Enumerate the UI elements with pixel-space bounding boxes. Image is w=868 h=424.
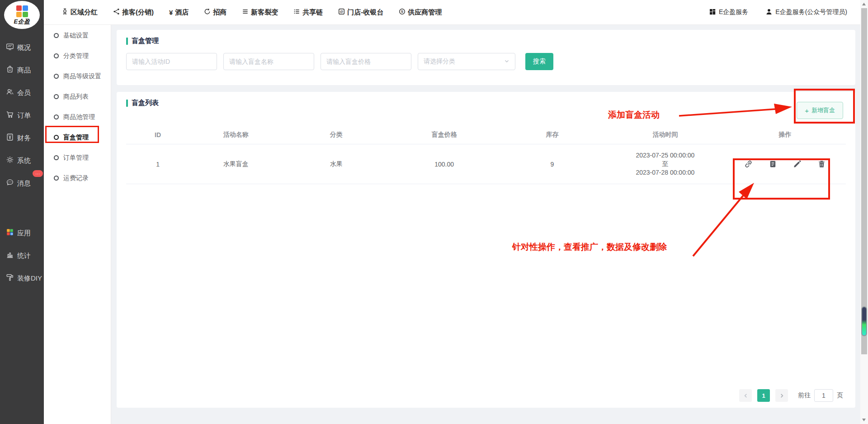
scrollbar-up-arrow-icon[interactable] — [862, 3, 866, 5]
sidebar-item-apps[interactable]: 应用 — [0, 222, 44, 244]
cell-id: 1 — [126, 161, 189, 168]
circle-bullet-icon — [54, 135, 59, 140]
category-select[interactable]: 请选择分类 — [418, 53, 515, 70]
scroll-pill-widget — [861, 306, 867, 336]
storefront-icon: @ — [338, 8, 345, 16]
circle-bullet-icon — [54, 114, 59, 119]
cell-operations — [724, 160, 846, 168]
circle-bullet-icon — [54, 74, 59, 79]
page-number-current[interactable]: 1 — [757, 389, 770, 402]
cell-activity-time: 2023-07-25 00:00:00 至 2023-07-28 00:00:0… — [606, 151, 724, 177]
time-end: 2023-07-28 00:00:00 — [606, 168, 724, 177]
add-blindbox-button[interactable]: + 新增盲盒 — [797, 102, 843, 119]
app-logo[interactable]: E企盈 — [4, 1, 40, 29]
edit-pencil-icon[interactable] — [793, 160, 802, 168]
topbar: 区域分红 推客(分销) ¥ 酒店 招商 新客裂变 共享链 @ 门店-收银台 S … — [44, 0, 868, 25]
topnav-item-new-customer[interactable]: 新客裂变 — [234, 8, 286, 17]
blindbox-price-input[interactable] — [321, 53, 411, 70]
three-lines-icon — [242, 8, 249, 16]
delete-trash-icon[interactable] — [817, 160, 826, 168]
submenu-item-freight[interactable]: 运费记录 — [44, 168, 111, 188]
members-icon — [6, 88, 14, 98]
logo-text: E企盈 — [14, 18, 30, 26]
overview-icon — [6, 43, 14, 52]
submenu-item-goods-level[interactable]: 商品等级设置 — [44, 66, 111, 86]
submenu-item-category[interactable]: 分类管理 — [44, 46, 111, 66]
circle-bullet-icon — [54, 53, 59, 58]
topnav: 区域分红 推客(分销) ¥ 酒店 招商 新客裂变 共享链 @ 门店-收银台 S … — [44, 8, 449, 17]
cell-activity-name: 水果盲盒 — [189, 160, 282, 168]
list-title: 盲盒列表 — [132, 99, 159, 107]
topnav-item-investment[interactable]: 招商 — [196, 8, 234, 17]
sidebar-item-orders[interactable]: 订单 — [0, 104, 44, 127]
data-report-icon[interactable] — [769, 160, 777, 168]
topnav-item-share-chain[interactable]: 共享链 — [286, 8, 330, 17]
cell-price: 100.00 — [390, 161, 498, 168]
cell-stock: 9 — [498, 161, 606, 168]
goto-label: 前往 — [798, 391, 811, 400]
prev-page-button[interactable] — [739, 389, 752, 402]
header-id: ID — [126, 131, 189, 138]
submenu-item-order-mgmt[interactable]: 订单管理 — [44, 148, 111, 168]
circle-bullet-icon — [54, 94, 59, 99]
next-page-button[interactable] — [775, 389, 788, 402]
title-accent-bar — [126, 100, 128, 107]
primary-sidebar: E企盈 概况 商品 会员 订单 财务 系统 消息 ... — [0, 0, 44, 424]
topnav-item-distribution[interactable]: 推客(分销) — [105, 8, 161, 17]
activity-id-input[interactable] — [126, 53, 217, 70]
filter-card-title: 盲盒管理 — [126, 37, 846, 45]
header-activity-name: 活动名称 — [189, 131, 282, 139]
blindbox-name-input[interactable] — [223, 53, 314, 70]
table-row: 1 水果盲盒 水果 100.00 9 2023-07-25 00:00:00 至… — [126, 144, 846, 184]
submenu-item-goods-list[interactable]: 商品列表 — [44, 86, 111, 107]
list-card-title: 盲盒列表 — [126, 99, 846, 107]
sidebar-item-stats[interactable]: 统计 — [0, 244, 44, 267]
topnav-item-supplier[interactable]: S 供应商管理 — [391, 8, 449, 17]
goto-page-input[interactable] — [814, 389, 833, 402]
scrollbar-thumb[interactable] — [861, 8, 867, 354]
sidebar-item-system[interactable]: 系统 — [0, 149, 44, 172]
messages-icon — [6, 178, 14, 188]
header-activity-time: 活动时间 — [606, 131, 724, 139]
topnav-item-region-dividend[interactable]: 区域分红 — [54, 8, 105, 17]
sidebar-item-finance[interactable]: 财务 — [0, 127, 44, 149]
blindbox-table: ID 活动名称 分类 盲盒价格 库存 活动时间 操作 1 水果盲盒 水果 100… — [126, 125, 846, 184]
page-unit-label: 页 — [837, 391, 843, 400]
share-icon — [113, 8, 120, 16]
yen-icon: ¥ — [169, 9, 173, 16]
header-operations: 操作 — [724, 131, 846, 139]
sidebar-item-decorate-diy[interactable]: 装修DIY — [0, 267, 44, 290]
svg-text:@: @ — [340, 10, 344, 14]
submenu-item-blindbox[interactable]: 盲盒管理 — [44, 127, 111, 148]
finance-icon — [6, 133, 14, 143]
table-header-row: ID 活动名称 分类 盲盒价格 库存 活动时间 操作 — [126, 125, 846, 144]
service-menu[interactable]: E企盈服务 — [709, 8, 748, 17]
topnav-item-store-cashier[interactable]: @ 门店-收银台 — [330, 8, 391, 17]
main-content: 盲盒管理 请选择分类 搜索 盲盒列表 + 新增盲盒 ID 活动名称 分类 — [111, 25, 861, 424]
cell-category: 水果 — [282, 160, 390, 168]
header-stock: 库存 — [498, 131, 606, 139]
list-icon — [293, 8, 300, 16]
sidebar-item-members[interactable]: 会员 — [0, 81, 44, 104]
supplier-s-icon: S — [399, 8, 406, 16]
submenu-item-basic-settings[interactable]: 基础设置 — [44, 25, 111, 46]
filter-card: 盲盒管理 请选择分类 搜索 — [117, 30, 855, 85]
page-title: 盲盒管理 — [132, 37, 159, 45]
category-select-placeholder: 请选择分类 — [424, 57, 455, 66]
submenu-item-goods-pool[interactable]: 商品池管理 — [44, 107, 111, 127]
topnav-item-hotel[interactable]: ¥ 酒店 — [161, 8, 196, 17]
goods-icon — [6, 65, 14, 75]
sidebar-item-messages[interactable]: 消息 ... — [0, 172, 44, 195]
scrollbar-down-arrow-icon[interactable] — [862, 419, 866, 421]
promo-link-icon[interactable] — [744, 160, 753, 168]
logo-mark-icon — [16, 5, 28, 17]
browser-scrollbar[interactable] — [860, 0, 868, 424]
sidebar-item-goods[interactable]: 商品 — [0, 59, 44, 81]
sidebar-item-overview[interactable]: 概况 — [0, 36, 44, 59]
account-menu[interactable]: E企盈服务(公众号管理员) — [765, 8, 847, 17]
award-icon — [61, 8, 68, 16]
svg-text:S: S — [401, 10, 403, 14]
circle-bullet-icon — [54, 176, 59, 181]
messages-badge: ... — [33, 170, 43, 177]
search-button[interactable]: 搜索 — [525, 53, 553, 70]
